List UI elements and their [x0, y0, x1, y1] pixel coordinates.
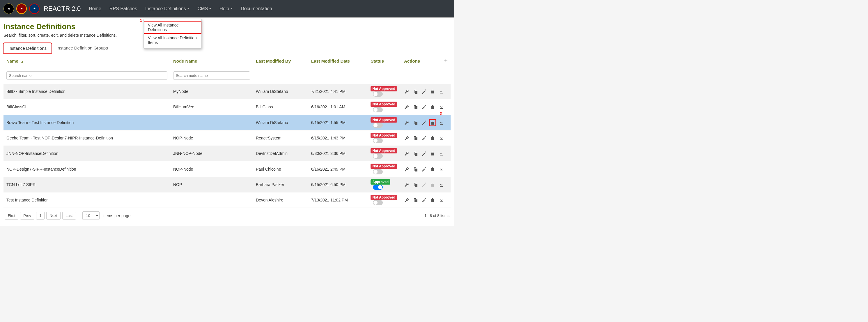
copy-icon[interactable]	[413, 120, 417, 125]
download-icon[interactable]	[439, 120, 444, 125]
table-row[interactable]: JNN-NOP-InstanceDefinitionJNN-NOP-NodeDe…	[3, 146, 451, 161]
cell-last-modified-date: 6/15/2021 6:50 PM	[308, 177, 368, 192]
nav-documentation[interactable]: Documentation	[241, 6, 272, 11]
edit-icon	[422, 182, 426, 187]
approval-toggle[interactable]	[373, 184, 383, 190]
page-prev-button[interactable]: Prev	[20, 212, 34, 219]
configure-icon[interactable]	[404, 182, 409, 187]
edit-icon[interactable]	[422, 167, 426, 172]
approval-toggle[interactable]	[373, 153, 383, 159]
copy-icon[interactable]	[413, 198, 417, 202]
cell-name: NOP-Design7-SIPR-InstanceDefinition	[3, 161, 170, 177]
delete-icon[interactable]	[430, 105, 435, 109]
approval-toggle[interactable]	[373, 123, 383, 128]
configure-icon[interactable]	[404, 198, 409, 202]
cell-node-name: NOP-Node	[170, 161, 253, 177]
approval-toggle[interactable]	[373, 169, 383, 174]
search-node-input[interactable]	[173, 71, 250, 80]
approval-toggle[interactable]	[373, 91, 383, 97]
delete-icon[interactable]	[430, 198, 435, 202]
table-row[interactable]: BillD - Simple Instance DefinitionMyNode…	[3, 84, 451, 99]
status-badge: Approved	[371, 179, 390, 184]
delete-icon[interactable]	[430, 120, 435, 125]
approval-toggle[interactable]	[373, 200, 383, 205]
download-icon[interactable]	[439, 151, 444, 156]
edit-icon[interactable]	[422, 120, 426, 125]
status-badge: Not Approved	[371, 101, 397, 107]
search-name-input[interactable]	[6, 71, 167, 80]
table-row[interactable]: BillGlassCIBillHumVeeBill Glass6/16/2021…	[3, 99, 451, 115]
copy-icon[interactable]	[413, 136, 417, 140]
table-row[interactable]: Gecho Team - Test NOP-Design7-NIPR-Insta…	[3, 130, 451, 146]
approval-toggle[interactable]	[373, 107, 383, 112]
dropdown-view-all-defs[interactable]: View All Instance Definitions	[144, 21, 202, 34]
configure-icon[interactable]	[404, 167, 409, 172]
cell-node-name: BillHumVee	[170, 99, 253, 115]
col-last-modified-date[interactable]: Last Modified Date	[308, 53, 368, 69]
nav-help-label: Help	[219, 6, 229, 11]
page-number-button[interactable]: 1	[36, 212, 44, 219]
cell-status: Not Approved	[368, 193, 401, 208]
download-icon[interactable]	[439, 105, 444, 109]
table-row[interactable]: Test Instance DefinitionDevon Aleshire7/…	[3, 193, 451, 208]
download-icon[interactable]	[439, 198, 444, 202]
approval-toggle[interactable]	[373, 138, 383, 143]
configure-icon[interactable]	[404, 105, 409, 109]
cell-last-modified-by: Devon Aleshire	[253, 193, 308, 208]
edit-icon[interactable]	[422, 198, 426, 202]
download-icon[interactable]	[439, 182, 444, 187]
table-row[interactable]: NOP-Design7-SIPR-InstanceDefinitionNOP-N…	[3, 161, 451, 177]
copy-icon[interactable]	[413, 167, 417, 172]
edit-icon[interactable]	[422, 136, 426, 140]
copy-icon[interactable]	[413, 182, 417, 187]
configure-icon[interactable]	[404, 136, 409, 140]
configure-icon[interactable]	[404, 120, 409, 125]
copy-icon[interactable]	[413, 151, 417, 156]
tab-instance-definitions[interactable]: Instance Definitions	[3, 43, 52, 53]
nav-home[interactable]: Home	[89, 6, 101, 11]
copy-icon[interactable]	[413, 105, 417, 109]
download-icon[interactable]	[439, 136, 444, 140]
cell-status: Not Approved	[368, 161, 401, 177]
nav-rps-patches[interactable]: RPS Patches	[110, 6, 137, 11]
navbar: ★ ✦ ★ REACTR 2.0 Home RPS Patches Instan…	[0, 0, 454, 18]
cell-actions	[401, 130, 451, 146]
page-last-button[interactable]: Last	[62, 212, 76, 219]
status-badge: Not Approved	[371, 164, 397, 169]
tab-instance-definition-groups[interactable]: Instance Definition Groups	[52, 43, 113, 53]
download-icon[interactable]	[439, 167, 444, 172]
col-actions: Actions +	[401, 53, 451, 69]
dropdown-view-all-items[interactable]: View All Instance Definition Items	[144, 34, 202, 47]
table-row[interactable]: TCN Lot 7 SIPRNOPBarbara Packer6/15/2021…	[3, 177, 451, 192]
unit-logo-icon: ✦	[16, 3, 27, 14]
configure-icon[interactable]	[404, 151, 409, 156]
instance-definitions-table: Name ▲ Node Name Last Modified By Last M…	[3, 53, 451, 208]
delete-icon[interactable]	[430, 167, 435, 172]
delete-icon[interactable]	[430, 136, 435, 140]
cell-status: Not Approved	[368, 115, 401, 130]
add-row-icon[interactable]: +	[444, 57, 448, 65]
table-row[interactable]: Bravo Team - Test Instance DefinitionWil…	[3, 115, 451, 130]
nav-help[interactable]: Help	[219, 6, 232, 11]
edit-icon[interactable]	[422, 89, 426, 94]
nav-cms[interactable]: CMS	[198, 6, 212, 11]
col-name[interactable]: Name ▲	[3, 53, 170, 69]
copy-icon[interactable]	[413, 89, 417, 94]
items-per-page-select[interactable]: 10	[82, 211, 99, 220]
page-next-button[interactable]: Next	[46, 212, 61, 219]
configure-icon[interactable]	[404, 89, 409, 94]
nav-instance-definitions[interactable]: Instance Definitions 1 View All Instance…	[145, 6, 189, 11]
pagination-summary: 1 - 8 of 8 items	[424, 213, 450, 218]
col-node-name[interactable]: Node Name	[170, 53, 253, 69]
delete-icon[interactable]	[430, 89, 435, 94]
col-status[interactable]: Status	[368, 53, 401, 69]
col-actions-label: Actions	[404, 59, 420, 63]
page-first-button[interactable]: First	[5, 212, 18, 219]
cell-name: BillD - Simple Instance Definition	[3, 84, 170, 99]
edit-icon[interactable]	[422, 105, 426, 109]
delete-icon[interactable]	[430, 151, 435, 156]
edit-icon[interactable]	[422, 151, 426, 156]
cell-actions	[401, 146, 451, 161]
col-last-modified-by[interactable]: Last Modified By	[253, 53, 308, 69]
download-icon[interactable]	[439, 89, 444, 94]
